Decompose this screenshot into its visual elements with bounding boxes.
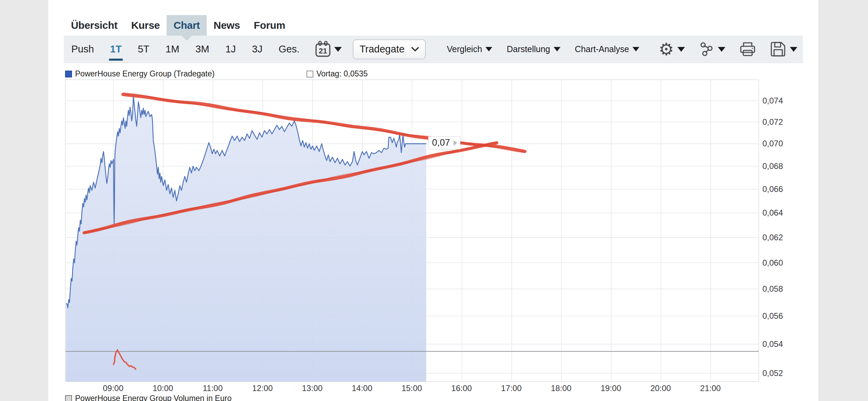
caret-down-icon [677,47,685,52]
marker-arrow-icon [454,140,457,146]
y-tick-label: 0,058 [762,284,783,294]
x-tick-label: 16:00 [443,384,480,393]
y-tick-label: 0,062 [762,233,783,242]
save-button[interactable] [770,41,797,58]
tab-kurse[interactable]: Kurse [124,15,167,36]
range-buttons: Push 1T 5T 1M 3M 1J 3J Ges. [71,44,300,55]
caret-down-icon [718,47,725,52]
volume-legend: PowerHouse Energy Group Volumen in Euro [65,394,231,401]
calendar-caret-icon [334,47,342,52]
last-price-label: 0,07 [432,137,450,148]
price-chart-plot[interactable]: 0,07 [65,80,759,382]
caret-down-icon [485,47,492,51]
chevron-down-icon [411,47,419,52]
series-color-swatch [65,71,72,77]
y-tick-label: 0,068 [762,161,783,171]
range-1m[interactable]: 1M [166,44,179,55]
price-chart-svg [65,80,759,381]
range-1j[interactable]: 1J [225,44,236,55]
range-push[interactable]: Push [71,44,94,55]
exchange-select-value: Tradegate [360,44,405,55]
save-floppy-icon [770,41,786,58]
y-tick-label: 0,056 [762,311,783,321]
vortag-legend-label: Vortag: 0,0535 [316,69,368,78]
tab-chart[interactable]: Chart [167,15,207,36]
calendar-range-button[interactable]: 21 [315,41,342,58]
volume-color-swatch [65,395,72,401]
tab-uebersicht[interactable]: Übersicht [64,15,124,36]
range-3j[interactable]: 3J [252,44,263,55]
x-tick-label: 13:00 [293,384,331,393]
x-tick-label: 11:00 [194,384,231,393]
range-3m[interactable]: 3M [195,44,209,55]
toolbar-menus: Vergleich Darstellung Chart-Analyse ⚙ [432,41,803,58]
range-5t[interactable]: 5T [138,44,149,55]
x-tick-label: 18:00 [542,384,580,393]
share-nodes-icon [699,41,714,57]
tab-chart-label: Chart [173,20,200,31]
caret-down-icon [554,47,560,51]
y-tick-label: 0,066 [762,184,783,194]
x-tick-label: 10:00 [144,384,182,393]
x-tick-label: 12:00 [244,384,281,393]
menu-vergleich[interactable]: Vergleich [447,44,492,54]
y-tick-label: 0,072 [762,117,783,127]
menu-vergleich-label: Vergleich [447,44,482,54]
volume-legend-label: PowerHouse Energy Group Volumen in Euro [75,394,231,401]
caret-down-icon [632,47,639,51]
gear-icon: ⚙ [659,41,674,58]
last-price-marker: 0,07 [428,136,460,149]
y-tick-label: 0,054 [762,339,783,349]
settings-button[interactable]: ⚙ [659,41,685,58]
y-tick-label: 0,070 [762,139,783,148]
menu-chart-analyse[interactable]: Chart-Analyse [575,44,639,54]
primary-tabs: Übersicht Kurse Chart News Forum [64,15,292,36]
x-tick-label: 14:00 [343,384,381,393]
screenshot-root: { "nav": { "tabs": [ {"label": "Übersich… [0,0,868,401]
svg-text:21: 21 [319,47,327,55]
menu-chart-analyse-label: Chart-Analyse [575,44,629,54]
x-tick-label: 21:00 [691,384,729,393]
vortag-checkbox[interactable] [306,71,313,77]
share-button[interactable] [699,41,725,57]
chart-legend: PowerHouse Energy Group (Tradegate) Vort… [65,69,368,78]
printer-icon [739,41,756,57]
tab-forum[interactable]: Forum [247,15,292,36]
y-tick-label: 0,060 [762,258,783,268]
caret-down-icon [790,47,797,52]
calendar-icon: 21 [315,41,331,58]
x-tick-label: 17:00 [493,384,530,393]
x-tick-label: 19:00 [592,384,630,393]
print-button[interactable] [739,41,756,57]
x-tick-label: 09:00 [94,384,132,393]
y-tick-label: 0,074 [762,96,783,106]
range-ges[interactable]: Ges. [279,44,300,55]
y-tick-label: 0,064 [762,208,783,218]
active-tab-notch [182,36,192,41]
menu-darstellung[interactable]: Darstellung [507,44,560,54]
series-legend-label: PowerHouse Energy Group (Tradegate) [75,69,215,78]
tab-news[interactable]: News [207,15,247,36]
range-1t[interactable]: 1T [110,44,122,55]
x-tick-label: 20:00 [642,384,679,393]
exchange-select[interactable]: Tradegate [353,39,426,59]
menu-darstellung-label: Darstellung [507,44,550,54]
x-tick-label: 15:00 [393,384,431,393]
page-content: Übersicht Kurse Chart News Forum Push 1T… [48,0,818,401]
chart-toolbar: Push 1T 5T 1M 3M 1J 3J Ges. 21 Tradegate [64,36,803,63]
y-tick-label: 0,052 [762,368,783,378]
